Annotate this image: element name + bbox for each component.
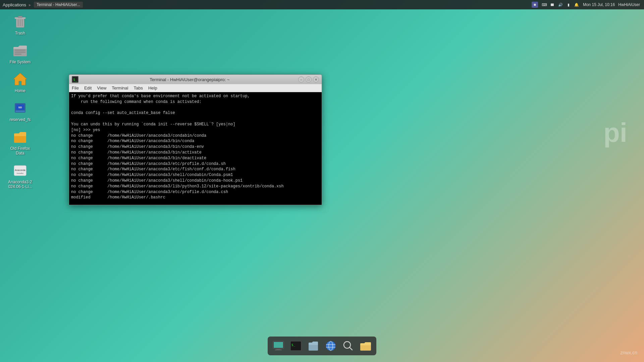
applications-menu[interactable]: Applications — [3, 2, 26, 7]
svg-rect-15 — [15, 111, 25, 112]
username: HwHiAiUser — [618, 2, 640, 7]
svg-rect-24 — [276, 349, 280, 350]
svg-rect-8 — [15, 52, 25, 53]
svg-text:SD: SD — [18, 106, 22, 109]
keyboard-icon: ⌨ — [541, 2, 547, 8]
terminal-output: If you'd prefer that conda's base enviro… — [71, 94, 320, 205]
old-firefox-label: Old Firefox Data — [7, 146, 34, 156]
dock: $_ — [268, 337, 376, 355]
svg-rect-23 — [274, 342, 283, 348]
dock-item-screen[interactable] — [270, 338, 286, 354]
close-button[interactable]: ✕ — [313, 76, 319, 82]
separator: ▸ — [29, 2, 31, 7]
trash-icon — [12, 13, 28, 29]
svg-line-34 — [350, 347, 352, 350]
desktop-icon-reserved-fs[interactable]: SD reserved_fs — [7, 100, 34, 122]
svg-text:Installer: Installer — [16, 172, 23, 174]
minimize-button[interactable]: – — [298, 76, 304, 82]
svg-rect-2 — [18, 16, 22, 18]
menu-edit[interactable]: Edit — [84, 85, 92, 90]
taskbar-top: Applications ▸ Terminal - HwHiAiUser... … — [0, 0, 644, 9]
znwx-watermark: znwx.cn — [620, 350, 637, 355]
desktop: Applications ▸ Terminal - HwHiAiUser... … — [0, 0, 644, 362]
filesystem-icon — [12, 42, 28, 58]
reserved-fs-label: reserved_fs — [10, 117, 31, 122]
svg-rect-7 — [15, 50, 25, 51]
svg-rect-9 — [15, 54, 21, 55]
taskbar-left: Applications ▸ Terminal - HwHiAiUser... — [0, 2, 532, 8]
menu-file[interactable]: File — [72, 85, 79, 90]
menu-view[interactable]: View — [97, 85, 106, 90]
maximize-button[interactable]: □ — [306, 76, 312, 82]
svg-point-29 — [326, 341, 335, 351]
bluetooth-icon[interactable]: ⯀ — [549, 2, 555, 8]
desktop-icon-trash[interactable]: Trash — [7, 13, 34, 36]
dock-item-folder[interactable] — [358, 338, 374, 354]
old-firefox-icon — [12, 129, 28, 145]
watermark-pi: pi — [603, 117, 627, 148]
dock-item-browser[interactable] — [323, 338, 339, 354]
svg-rect-25 — [275, 350, 282, 350]
svg-text:Anaconda: Anaconda — [15, 169, 25, 171]
volume-icon[interactable]: 🔊 — [557, 2, 564, 8]
anaconda-icon: Anaconda Installer — [12, 162, 28, 178]
home-label: Home — [15, 88, 25, 93]
terminal-body[interactable]: If you'd prefer that conda's base enviro… — [69, 92, 322, 205]
terminal-window: $_ Terminal - HwHiAiUser@orangepiaipro: … — [69, 74, 322, 205]
desktop-icon-old-firefox[interactable]: Old Firefox Data — [7, 129, 34, 156]
workspace-indicator[interactable]: ■ — [532, 2, 538, 8]
battery-icon: ▮ — [566, 2, 572, 8]
desktop-icon-anaconda[interactable]: Anaconda Installer Anaconda3-2 024.06-1-… — [7, 162, 34, 189]
clock: Mon 15 Jul, 10:16 — [583, 2, 615, 7]
menu-help[interactable]: Help — [148, 85, 157, 90]
reserved-fs-icon: SD — [12, 100, 28, 116]
window-buttons: – □ ✕ — [298, 76, 319, 82]
dock-item-terminal[interactable]: $_ — [288, 338, 304, 354]
desktop-icons: Trash File System — [7, 13, 34, 189]
active-window-title[interactable]: Terminal - HwHiAiUser... — [34, 2, 83, 8]
dock-item-files[interactable] — [305, 338, 321, 354]
filesystem-label: File System — [10, 60, 31, 64]
terminal-title-text: Terminal - HwHiAiUser@orangepiaipro: ~ — [81, 77, 298, 82]
svg-text:$_: $_ — [291, 343, 295, 347]
terminal-icon: $_ — [72, 76, 78, 83]
svg-marker-10 — [13, 73, 27, 85]
notification-icon[interactable]: 🔔 — [574, 2, 580, 8]
menu-tabs[interactable]: Tabs — [133, 85, 143, 90]
menu-terminal[interactable]: Terminal — [112, 85, 128, 90]
home-icon — [12, 71, 28, 87]
trash-label: Trash — [15, 31, 25, 36]
terminal-titlebar: $_ Terminal - HwHiAiUser@orangepiaipro: … — [69, 75, 322, 84]
dock-item-search[interactable] — [340, 338, 356, 354]
taskbar-right: ■ ⌨ ⯀ 🔊 ▮ 🔔 Mon 15 Jul, 10:16 HwHiAiUser — [532, 2, 644, 8]
desktop-icon-filesystem[interactable]: File System — [7, 42, 34, 64]
anaconda-label: Anaconda3-2 024.06-1-Li... — [7, 180, 34, 189]
desktop-icon-home[interactable]: Home — [7, 71, 34, 93]
system-icons: ⌨ ⯀ 🔊 ▮ 🔔 — [541, 2, 580, 8]
terminal-menubar: File Edit View Terminal Tabs Help — [69, 84, 322, 92]
svg-text:$_: $_ — [73, 78, 77, 82]
